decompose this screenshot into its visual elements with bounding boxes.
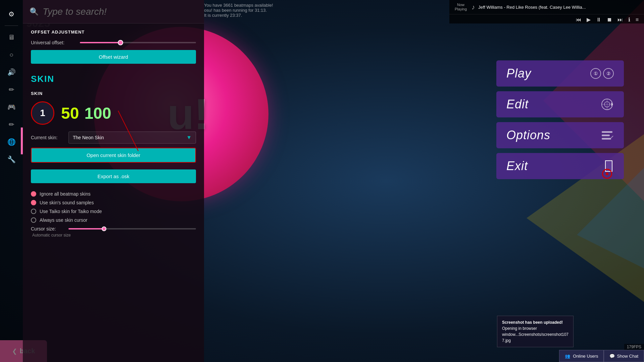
open-skin-folder-button[interactable]: Open current skin folder (31, 148, 196, 163)
music-next-btn[interactable]: ⏭ (617, 17, 623, 23)
radio-skin-cursor-circle[interactable] (31, 217, 36, 223)
pink-accent-bar (21, 127, 23, 154)
cursor-size-label: Cursor size: (31, 226, 64, 231)
now-playing-bar: Now Playing ♪ Jeff Williams - Red Like R… (449, 0, 644, 23)
fps-counter: 179FPS (624, 344, 644, 350)
radio-sound-samples-label: Use skin's sound samples (40, 200, 94, 205)
music-menu-btn[interactable]: ≡ (636, 17, 639, 23)
online-users-label: Online Users (573, 354, 598, 359)
exit-button[interactable]: Exit (496, 153, 624, 179)
universal-offset-fill (80, 42, 120, 43)
radio-taiko-skin-circle[interactable] (31, 209, 36, 214)
options-scroll[interactable]: OFFSET ADJUSTMENT Universal offset: Offs… (23, 0, 204, 339)
show-chat-button[interactable]: 💬 Show Chat (604, 350, 644, 362)
radio-ignore-skins: Ignore all beatmap skins (31, 191, 196, 197)
notification-line1: Screenshot has been uploaded! (502, 319, 568, 325)
music-pause-btn[interactable]: ⏸ (596, 17, 601, 23)
radio-sound-samples: Use skin's sound samples (31, 200, 196, 205)
skin-section-title: SKIN (31, 91, 196, 96)
sidebar-divider-1 (5, 25, 18, 26)
skin-select[interactable]: The Neon Skin ▼ (68, 132, 196, 144)
sidebar-item-volume[interactable]: 🔊 (4, 65, 19, 80)
info-beatmaps: You have 3661 beatmaps available! (204, 3, 443, 8)
svg-rect-14 (606, 161, 612, 171)
universal-offset-label: Universal offset: (31, 40, 75, 45)
exit-icon (604, 160, 614, 172)
radio-ignore-skins-circle[interactable] (31, 191, 36, 197)
info-bar: You have 3661 beatmaps available! osu! h… (204, 3, 443, 18)
options-icon (600, 128, 614, 142)
music-note-icon: ♪ (472, 3, 475, 11)
current-skin-label: Current skin: (31, 135, 64, 140)
universal-offset-row: Universal offset: (31, 40, 196, 45)
universal-offset-thumb[interactable] (118, 40, 123, 45)
radio-taiko-skin: Use Taiko skin for Taiko mode (31, 209, 196, 214)
music-prev-btn[interactable]: ⏮ (576, 17, 581, 23)
skin-circle-1: 1 (31, 101, 54, 125)
sidebar-item-pen[interactable]: ✏ (4, 82, 19, 97)
sidebar-item-wrench[interactable]: 🔧 (4, 152, 19, 167)
radio-skin-cursor-label: Always use skin cursor (40, 217, 87, 223)
skin-dropdown-row: Current skin: The Neon Skin ▼ (31, 132, 196, 144)
notification-line3: window...Screenshots/screenshot107 (502, 331, 568, 338)
sidebar-item-globe[interactable]: 🌐 (4, 135, 19, 149)
options-panel: OFFSET ADJUSTMENT Universal offset: Offs… (23, 0, 204, 362)
search-placeholder[interactable]: Type to search! (43, 6, 107, 17)
notification-line4: 7.jpg (502, 338, 568, 344)
online-users-button[interactable]: 👥 Online Users (559, 350, 604, 362)
skin-preview: 1 50 100 (31, 101, 196, 125)
sidebar: ⚙ 🖥 ○ 🔊 ✏ 🎮 ✏ 🌐 🔧 (0, 0, 23, 362)
edit-label: Edit (506, 97, 529, 111)
options-svg-icon (600, 128, 614, 142)
sidebar-item-controller[interactable]: 🎮 (4, 100, 19, 114)
skin-select-value: The Neon Skin (73, 135, 104, 140)
play-icons: ① ② (590, 68, 614, 79)
play-button[interactable]: Play ① ② (496, 60, 624, 87)
radio-sound-samples-circle[interactable] (31, 200, 36, 205)
music-play-btn[interactable]: ▶ (587, 16, 591, 23)
svg-rect-11 (602, 138, 611, 140)
search-icon: 🔍 (30, 7, 39, 16)
cursor-size-thumb[interactable] (102, 226, 106, 231)
play-icon-1: ① (590, 68, 601, 79)
sidebar-item-circle[interactable]: ○ (4, 47, 19, 62)
main-menu: Play ① ② Edit Options (496, 60, 624, 179)
music-stop-btn[interactable]: ⏹ (607, 17, 612, 23)
cursor-size-track[interactable] (68, 228, 196, 229)
info-time: It is currently 23:37. (204, 13, 443, 18)
skin-num-50: 50 (61, 104, 79, 122)
universal-offset-track[interactable] (80, 42, 196, 43)
radio-skin-cursor: Always use skin cursor (31, 217, 196, 223)
auto-cursor-label: Automatic cursor size (31, 233, 196, 238)
edit-svg-icon (600, 98, 614, 111)
edit-icon (600, 98, 614, 111)
skin-numbers: 50 100 (61, 104, 111, 122)
sidebar-item-gear[interactable]: ⚙ (4, 7, 19, 21)
offset-wizard-button[interactable]: Offset wizard (31, 50, 196, 64)
chat-icon: 💬 (609, 354, 615, 359)
edit-button[interactable]: Edit (496, 91, 624, 117)
info-running: osu! has been running for 31:13. (204, 8, 443, 13)
dropdown-arrow-icon: ▼ (186, 135, 192, 141)
export-osk-button[interactable]: Export as .osk (31, 169, 196, 183)
options-label: Options (506, 128, 550, 142)
show-chat-label: Show Chat (617, 354, 638, 359)
now-playing-title: Jeff Williams - Red Like Roses (feat. Ca… (478, 5, 639, 10)
notification: Screenshot has been uploaded! Opening in… (497, 316, 574, 347)
now-playing-label1: Now (457, 3, 464, 7)
bottom-right-buttons: 👥 Online Users 💬 Show Chat (559, 350, 644, 362)
exit-svg-icon (604, 160, 614, 172)
options-button[interactable]: Options (496, 122, 624, 148)
skin-num-100: 100 (84, 104, 111, 122)
sidebar-item-pencil[interactable]: ✏ (4, 117, 19, 132)
music-info-btn[interactable]: ℹ (628, 16, 630, 23)
svg-rect-10 (602, 135, 610, 136)
notification-line2: Opening in browser (502, 325, 568, 331)
skin-section-heading: SKIN (31, 74, 196, 84)
play-icon-2: ② (603, 68, 614, 79)
sidebar-item-monitor[interactable]: 🖥 (4, 30, 19, 45)
play-label: Play (506, 66, 531, 81)
search-bar: 🔍 Type to search! (23, 0, 204, 23)
svg-rect-9 (602, 131, 612, 133)
exit-label: Exit (506, 159, 528, 173)
